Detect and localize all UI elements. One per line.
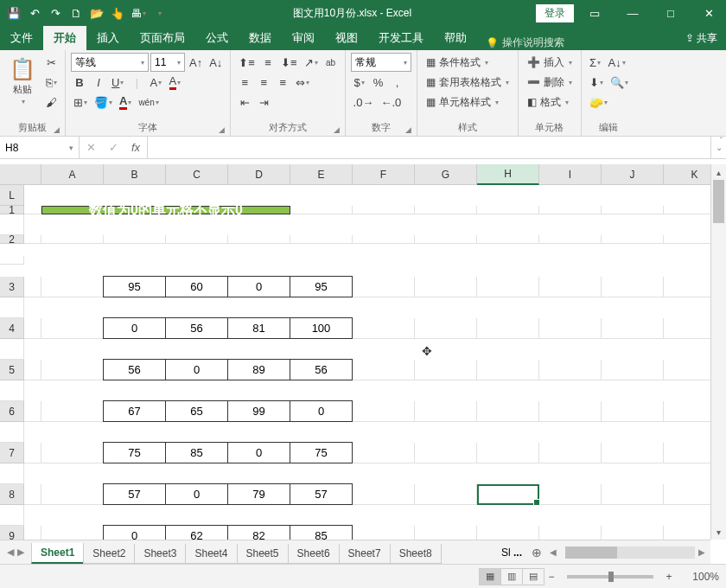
cell[interactable]: 56 bbox=[165, 317, 228, 339]
sort-filter-button[interactable]: A↓▾ bbox=[606, 53, 628, 72]
sheet-tab[interactable]: Sheet1 bbox=[31, 543, 84, 564]
column-header[interactable]: E bbox=[290, 164, 353, 185]
cell[interactable] bbox=[41, 526, 104, 540]
comma-button[interactable]: , bbox=[389, 73, 406, 92]
dialog-launcher-icon[interactable]: ◢ bbox=[405, 125, 411, 134]
touch-mode-icon[interactable]: 👆 bbox=[108, 3, 127, 22]
cell[interactable] bbox=[415, 484, 477, 505]
collapse-ribbon-icon[interactable]: ˇ bbox=[720, 137, 723, 146]
cell[interactable] bbox=[41, 318, 104, 339]
cell[interactable] bbox=[0, 256, 24, 265]
increase-indent-button[interactable]: ⇥ bbox=[255, 93, 272, 112]
column-header[interactable]: A bbox=[41, 164, 104, 185]
cell[interactable] bbox=[24, 526, 41, 540]
scroll-up-icon[interactable]: ▴ bbox=[711, 164, 726, 180]
row-header[interactable]: 6 bbox=[0, 401, 24, 422]
cell[interactable]: 75 bbox=[103, 442, 166, 463]
cell[interactable] bbox=[24, 277, 41, 297]
cell[interactable]: 67 bbox=[103, 400, 166, 422]
select-all-corner[interactable] bbox=[0, 164, 41, 185]
align-middle-button[interactable]: ≡ bbox=[259, 53, 277, 72]
cell-styles-button[interactable]: ▦单元格样式▾ bbox=[423, 93, 513, 112]
font-color-a-button[interactable]: A▾ bbox=[147, 73, 164, 92]
column-header[interactable]: L bbox=[0, 185, 24, 206]
cell[interactable]: 62 bbox=[165, 525, 228, 540]
italic-button[interactable]: I bbox=[90, 73, 107, 92]
cell[interactable] bbox=[0, 339, 24, 360]
column-header[interactable]: I bbox=[539, 164, 602, 185]
tab-help[interactable]: 帮助 bbox=[434, 26, 477, 50]
cell[interactable] bbox=[602, 360, 664, 380]
sheet-nav-next[interactable]: ▶ bbox=[17, 546, 24, 558]
cell[interactable]: 75 bbox=[290, 442, 353, 463]
name-box[interactable]: H8▾ bbox=[0, 137, 80, 158]
row-header[interactable]: 3 bbox=[0, 277, 24, 297]
cell[interactable] bbox=[41, 443, 104, 463]
cut-button[interactable]: ✂ bbox=[42, 53, 60, 72]
percent-button[interactable]: % bbox=[370, 73, 387, 92]
cell[interactable] bbox=[24, 235, 41, 244]
align-top-button[interactable]: ⬆≡ bbox=[236, 53, 258, 72]
column-header[interactable]: H bbox=[477, 164, 539, 185]
cell[interactable] bbox=[24, 443, 41, 463]
cell[interactable] bbox=[539, 360, 602, 380]
orientation-button[interactable]: ↗▾ bbox=[302, 53, 321, 72]
merge-center-button[interactable]: ⇔▾ bbox=[293, 73, 312, 92]
cell[interactable] bbox=[353, 235, 415, 244]
scroll-down-icon[interactable]: ▾ bbox=[711, 524, 726, 540]
tab-insert[interactable]: 插入 bbox=[86, 26, 130, 50]
tab-data[interactable]: 数据 bbox=[239, 26, 282, 50]
cell[interactable] bbox=[0, 422, 24, 443]
qat-more-icon[interactable]: ▾ bbox=[150, 3, 169, 22]
cell[interactable]: 85 bbox=[165, 442, 228, 463]
cell[interactable] bbox=[353, 401, 415, 422]
cell[interactable] bbox=[539, 401, 602, 422]
cell[interactable] bbox=[24, 401, 41, 422]
cell[interactable] bbox=[353, 360, 415, 380]
borders-button[interactable]: ⊞▾ bbox=[71, 93, 90, 112]
align-bottom-button[interactable]: ⬇≡ bbox=[278, 53, 300, 72]
normal-view-button[interactable]: ▦ bbox=[479, 568, 501, 585]
cell[interactable] bbox=[41, 277, 104, 297]
cell[interactable] bbox=[539, 277, 602, 297]
hscroll-left-icon[interactable]: ◀ bbox=[546, 547, 560, 557]
cell[interactable]: 57 bbox=[290, 483, 353, 505]
cell[interactable] bbox=[166, 235, 228, 244]
row-header[interactable]: 4 bbox=[0, 318, 24, 339]
zoom-level[interactable]: 100% bbox=[676, 571, 719, 583]
cell[interactable] bbox=[0, 505, 24, 526]
cell[interactable] bbox=[0, 214, 24, 235]
row-header[interactable]: 9 bbox=[0, 526, 24, 540]
cell[interactable] bbox=[477, 484, 539, 505]
new-sheet-button[interactable]: ⊕ bbox=[527, 546, 546, 559]
tab-view[interactable]: 视图 bbox=[325, 26, 368, 50]
column-header[interactable]: C bbox=[166, 164, 228, 185]
cell[interactable]: 95 bbox=[290, 276, 353, 297]
cell[interactable]: 79 bbox=[227, 483, 290, 505]
cell[interactable] bbox=[477, 360, 539, 380]
cell[interactable] bbox=[353, 526, 415, 540]
cell[interactable] bbox=[415, 526, 477, 540]
conditional-formatting-button[interactable]: ▦条件格式▾ bbox=[423, 53, 513, 72]
cell[interactable] bbox=[477, 526, 539, 540]
cell[interactable]: 0 bbox=[165, 359, 228, 380]
cell[interactable] bbox=[0, 463, 24, 484]
share-button[interactable]: ⇪ 共享 bbox=[677, 27, 726, 50]
zoom-slider[interactable] bbox=[567, 575, 653, 578]
cell[interactable]: 56 bbox=[103, 359, 166, 380]
cell[interactable]: 0 bbox=[165, 483, 228, 505]
horizontal-scrollbar[interactable] bbox=[565, 546, 695, 559]
formula-input[interactable] bbox=[148, 137, 710, 158]
increase-decimal-button[interactable]: .0→ bbox=[351, 93, 377, 112]
font-name-combo[interactable]: 等线▾ bbox=[71, 53, 149, 72]
tab-formulas[interactable]: 公式 bbox=[195, 26, 239, 50]
cell[interactable] bbox=[290, 206, 353, 214]
sheet-tab[interactable]: Sheet8 bbox=[390, 544, 442, 564]
new-file-icon[interactable]: 🗋 bbox=[67, 3, 86, 22]
format-cells-button[interactable]: ◧格式▾ bbox=[524, 93, 576, 112]
sheet-tab[interactable]: Sheet4 bbox=[185, 544, 237, 564]
phonetic-button[interactable]: wén▾ bbox=[136, 93, 161, 112]
cell[interactable] bbox=[41, 360, 104, 380]
fill-button[interactable]: ⬇▾ bbox=[587, 73, 606, 92]
cell[interactable]: 0 bbox=[103, 317, 166, 339]
